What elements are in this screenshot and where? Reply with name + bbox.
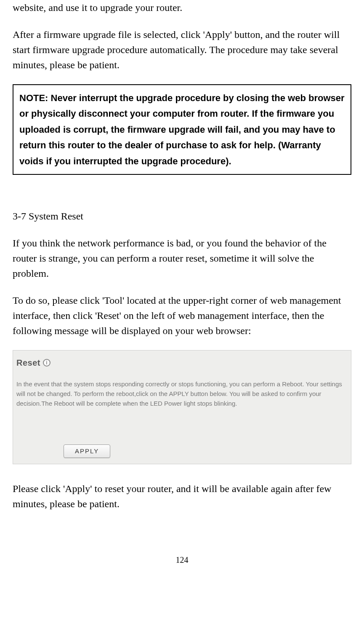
apply-button[interactable]: APPLY xyxy=(64,444,110,458)
intro-paragraph-2: After a firmware upgrade file is selecte… xyxy=(13,27,351,72)
reset-panel-header: Reset i xyxy=(16,356,351,369)
page-number: 124 xyxy=(13,554,351,566)
section-heading: 3-7 System Reset xyxy=(13,209,351,224)
intro-line-fragment: website, and use it to upgrade your rout… xyxy=(13,0,351,15)
reset-panel: Reset i In the event that the system sto… xyxy=(13,350,351,464)
reset-panel-body: In the event that the system stops respo… xyxy=(13,379,351,409)
note-box: NOTE: Never interrupt the upgrade proced… xyxy=(13,84,351,175)
reset-panel-title: Reset xyxy=(16,356,40,369)
info-icon: i xyxy=(43,359,50,367)
closing-paragraph: Please click 'Apply' to reset your route… xyxy=(13,481,351,511)
note-text: NOTE: Never interrupt the upgrade proced… xyxy=(19,93,345,166)
section-paragraph-2: To do so, please click 'Tool' located at… xyxy=(13,293,351,338)
section-paragraph-1: If you think the network performance is … xyxy=(13,235,351,281)
